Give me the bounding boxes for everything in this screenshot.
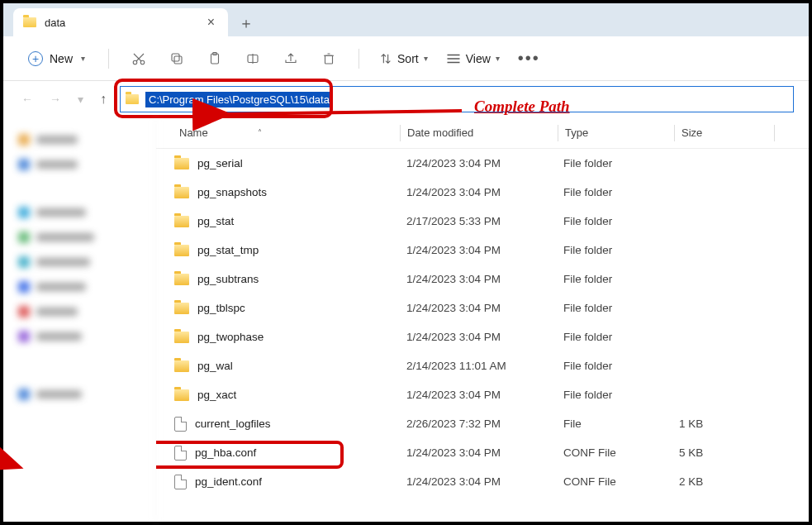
annotation-arrow: [0, 430, 32, 483]
more-button[interactable]: •••: [511, 49, 547, 68]
file-icon: [174, 446, 187, 461]
svg-line-9: [226, 111, 462, 114]
recent-button[interactable]: ▾: [74, 89, 87, 109]
separator: [359, 49, 359, 69]
view-button[interactable]: View ▾: [439, 47, 506, 70]
back-button[interactable]: ←: [18, 89, 36, 109]
rename-button[interactable]: [236, 44, 269, 74]
file-type: File folder: [557, 302, 672, 314]
file-name: pg_ident.conf: [195, 475, 262, 488]
file-date: 2/14/2023 11:01 AM: [400, 360, 557, 372]
tab-title: data: [45, 17, 204, 29]
folder-icon: [174, 216, 189, 227]
file-date: 1/24/2023 3:04 PM: [400, 244, 557, 256]
column-size[interactable]: Size: [675, 126, 774, 139]
delete-button[interactable]: [312, 44, 345, 74]
file-date: 1/24/2023 3:04 PM: [400, 302, 557, 314]
file-row[interactable]: pg_subtrans1/24/2023 3:04 PMFile folder: [156, 265, 809, 294]
file-name: pg_serial: [197, 157, 243, 169]
title-bar: data × ＋: [3, 3, 809, 36]
folder-icon: [174, 158, 189, 169]
annotation-complete-path: Complete Path: [474, 98, 570, 116]
file-row[interactable]: pg_tblspc1/24/2023 3:04 PMFile folder: [156, 294, 809, 322]
copy-button[interactable]: [160, 44, 193, 74]
share-button[interactable]: [274, 44, 307, 74]
file-row[interactable]: pg_serial1/24/2023 3:04 PMFile folder: [156, 149, 809, 178]
folder-icon: [174, 187, 189, 198]
cut-button[interactable]: [122, 44, 155, 74]
folder-icon: [174, 303, 189, 314]
file-row[interactable]: pg_ident.conf1/24/2023 3:04 PMCONF File2…: [156, 467, 809, 496]
file-name: pg_xact: [197, 389, 236, 401]
file-row[interactable]: pg_wal2/14/2023 11:01 AMFile folder: [156, 351, 809, 380]
file-date: 2/26/2023 7:32 PM: [400, 418, 557, 430]
file-row[interactable]: current_logfiles2/26/2023 7:32 PMFile1 K…: [156, 409, 809, 438]
forward-button[interactable]: →: [46, 89, 64, 109]
file-date: 1/24/2023 3:04 PM: [400, 475, 557, 488]
file-date: 1/24/2023 3:04 PM: [400, 157, 557, 169]
new-tab-button[interactable]: ＋: [233, 10, 259, 36]
file-row[interactable]: pg_twophase1/24/2023 3:04 PMFile folder: [156, 322, 809, 351]
file-icon: [174, 417, 187, 432]
sort-button[interactable]: Sort ▾: [373, 47, 434, 70]
browser-tab[interactable]: data ×: [13, 8, 228, 36]
column-type[interactable]: Type: [558, 126, 674, 139]
sort-label: Sort: [397, 52, 419, 65]
address-path: C:\Program Files\PostgreSQL\15\data: [145, 92, 333, 107]
file-type: File folder: [557, 157, 672, 169]
folder-icon: [23, 17, 36, 27]
body: Name ˄ Date modified Type Size pg_serial…: [3, 117, 809, 522]
file-date: 1/24/2023 3:04 PM: [400, 331, 557, 343]
file-type: CONF File: [557, 475, 672, 488]
file-size: 2 KB: [672, 475, 772, 488]
file-type: File folder: [557, 389, 672, 401]
file-name: pg_wal: [197, 360, 233, 372]
svg-line-11: [0, 435, 17, 466]
folder-icon: [174, 274, 189, 285]
file-row[interactable]: pg_stat2/17/2023 5:33 PMFile folder: [156, 207, 809, 236]
explorer-window: data × ＋ + New ▾ Sort ▾ View ▾ •••: [3, 3, 809, 522]
folder-icon: [174, 360, 189, 372]
file-type: File: [557, 418, 672, 430]
folder-icon: [126, 94, 139, 104]
folder-icon: [174, 332, 189, 343]
file-size: 5 KB: [672, 446, 772, 459]
file-name: current_logfiles: [195, 418, 271, 430]
svg-rect-2: [174, 56, 182, 64]
file-name: pg_tblspc: [197, 302, 245, 314]
file-row[interactable]: pg_stat_tmp1/24/2023 3:04 PMFile folder: [156, 236, 809, 265]
paste-button[interactable]: [198, 44, 231, 74]
file-date: 1/24/2023 3:04 PM: [400, 273, 557, 285]
file-row[interactable]: pg_hba.conf1/24/2023 3:04 PMCONF File5 K…: [156, 438, 809, 467]
annotation-arrow: [214, 106, 470, 131]
chevron-down-icon: ▾: [81, 54, 85, 63]
file-icon: [174, 475, 187, 489]
file-type: File folder: [557, 186, 672, 198]
file-type: File folder: [557, 244, 672, 256]
file-size: 1 KB: [672, 418, 772, 430]
view-label: View: [466, 52, 491, 65]
file-date: 1/24/2023 3:04 PM: [400, 446, 557, 459]
file-row[interactable]: pg_xact1/24/2023 3:04 PMFile folder: [156, 380, 809, 409]
file-row[interactable]: pg_snapshots1/24/2023 3:04 PMFile folder: [156, 178, 809, 207]
file-type: File folder: [557, 360, 672, 372]
file-name: pg_stat: [197, 215, 234, 227]
folder-icon: [174, 389, 189, 401]
folder-icon: [174, 245, 189, 256]
file-type: CONF File: [557, 446, 672, 459]
new-button-label: New: [50, 52, 73, 65]
file-type: File folder: [557, 273, 672, 285]
file-name: pg_twophase: [197, 331, 264, 343]
chevron-down-icon: ▾: [496, 54, 500, 63]
new-button[interactable]: + New ▾: [18, 46, 95, 71]
chevron-down-icon: ▾: [424, 54, 428, 63]
file-date: 1/24/2023 3:04 PM: [400, 389, 557, 401]
plus-icon: +: [28, 51, 43, 66]
close-tab-button[interactable]: ×: [204, 15, 218, 30]
file-name: pg_stat_tmp: [197, 244, 259, 256]
up-button[interactable]: ↑: [97, 88, 110, 110]
svg-rect-3: [172, 54, 179, 61]
toolbar: + New ▾ Sort ▾ View ▾ •••: [3, 36, 809, 81]
file-list[interactable]: Name ˄ Date modified Type Size pg_serial…: [156, 117, 809, 522]
separator: [108, 49, 109, 69]
